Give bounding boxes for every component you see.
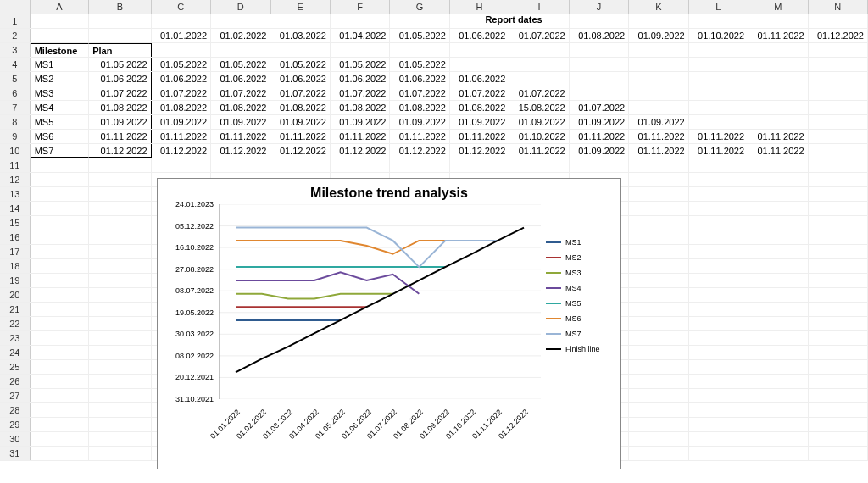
cell-B11[interactable] [89,158,151,172]
cell-K11[interactable] [629,158,688,172]
cell-F9[interactable]: 01.11.2022 [331,130,390,143]
cell-B30[interactable] [89,432,151,446]
cell-A28[interactable] [31,403,89,417]
cell-L12[interactable] [689,173,748,186]
cell-M3[interactable] [748,43,808,57]
cell-K19[interactable] [629,274,688,287]
cell-A17[interactable] [31,245,89,258]
cell-F2[interactable]: 01.04.2022 [331,29,390,42]
cell-K10[interactable]: 01.11.2022 [629,144,688,158]
cell-F4[interactable]: 01.05.2022 [331,58,390,71]
cell-L14[interactable] [689,202,748,215]
row-header-29[interactable]: 29 [0,418,31,431]
row-header-7[interactable]: 7 [0,101,31,114]
row-header-5[interactable]: 5 [0,72,31,86]
cell-K9[interactable]: 01.11.2022 [629,130,688,143]
cell-L25[interactable] [689,360,748,374]
cell-K20[interactable] [629,288,688,302]
cell-K3[interactable] [629,43,688,57]
cell-A19[interactable] [31,274,89,287]
cell-N23[interactable] [809,331,868,345]
chart-container[interactable]: Milestone trend analysis 31.10.202120.12… [157,178,621,469]
cell-C10[interactable]: 01.12.2022 [152,144,211,158]
cell-L16[interactable] [689,230,748,244]
cell-J8[interactable]: 01.09.2022 [570,115,629,129]
cell-I4[interactable] [509,58,569,71]
cell-G2[interactable]: 01.05.2022 [390,29,449,42]
row-header-31[interactable]: 31 [0,447,31,460]
cell-J6[interactable] [570,86,629,100]
cell-H3[interactable] [450,43,509,57]
cell-M23[interactable] [748,331,808,345]
cell-M20[interactable] [748,288,808,302]
col-header-H[interactable]: H [450,0,509,14]
cell-F1[interactable] [331,14,390,28]
cell-N8[interactable] [809,115,868,129]
cell-A29[interactable] [31,418,89,431]
cell-F5[interactable]: 01.06.2022 [331,72,390,86]
cell-D7[interactable]: 01.08.2022 [211,101,270,114]
row-header-8[interactable]: 8 [0,115,31,129]
cell-L9[interactable]: 01.11.2022 [689,130,748,143]
cell-A13[interactable] [31,187,89,201]
cell-B22[interactable] [89,317,151,330]
cell-M19[interactable] [748,274,808,287]
cell-K7[interactable] [629,101,688,114]
col-header-J[interactable]: J [570,0,629,14]
cell-B5[interactable]: 01.06.2022 [89,72,151,86]
cell-E8[interactable]: 01.09.2022 [270,115,330,129]
col-header-D[interactable]: D [211,0,270,14]
cell-I3[interactable] [509,43,569,57]
cell-B25[interactable] [89,360,151,374]
cell-N15[interactable] [809,216,868,230]
cell-K22[interactable] [629,317,688,330]
cell-G11[interactable] [390,158,449,172]
cell-K30[interactable] [629,432,688,446]
cell-K27[interactable] [629,389,688,402]
cell-N20[interactable] [809,288,868,302]
cell-N3[interactable] [809,43,868,57]
cell-K17[interactable] [629,245,688,258]
cell-M17[interactable] [748,245,808,258]
cell-G6[interactable]: 01.07.2022 [390,86,449,100]
cell-N25[interactable] [809,360,868,374]
cell-B21[interactable] [89,303,151,316]
cell-G1[interactable] [390,14,449,28]
cell-L2[interactable]: 01.10.2022 [689,29,748,42]
cell-B3[interactable]: Plan [89,43,151,57]
cell-M29[interactable] [748,418,808,431]
cell-L19[interactable] [689,274,748,287]
row-header-2[interactable]: 2 [0,29,31,42]
cell-B29[interactable] [89,418,151,431]
cell-B12[interactable] [89,173,151,186]
cell-C3[interactable] [152,43,211,57]
cell-L31[interactable] [689,447,748,460]
cell-B2[interactable] [89,29,151,42]
cell-L24[interactable] [689,346,748,359]
cell-A25[interactable] [31,360,89,374]
row-header-24[interactable]: 24 [0,346,31,359]
cell-E6[interactable]: 01.07.2022 [270,86,330,100]
cell-K23[interactable] [629,331,688,345]
cell-A7[interactable]: MS4 [31,101,89,114]
cell-L22[interactable] [689,317,748,330]
col-header-C[interactable]: C [152,0,211,14]
cell-C5[interactable]: 01.06.2022 [152,72,211,86]
cell-M21[interactable] [748,303,808,316]
cell-C8[interactable]: 01.09.2022 [152,115,211,129]
cell-A22[interactable] [31,317,89,330]
cell-N16[interactable] [809,230,868,244]
cell-I7[interactable]: 15.08.2022 [509,101,569,114]
cell-C7[interactable]: 01.08.2022 [152,101,211,114]
cell-A14[interactable] [31,202,89,215]
row-header-12[interactable]: 12 [0,173,31,186]
cell-A27[interactable] [31,389,89,402]
cell-M11[interactable] [748,158,808,172]
row-header-19[interactable]: 19 [0,274,31,287]
cell-M7[interactable] [748,101,808,114]
cell-N31[interactable] [809,447,868,460]
cell-L4[interactable] [689,58,748,71]
cell-F10[interactable]: 01.12.2022 [331,144,390,158]
cell-N12[interactable] [809,173,868,186]
cell-N30[interactable] [809,432,868,446]
